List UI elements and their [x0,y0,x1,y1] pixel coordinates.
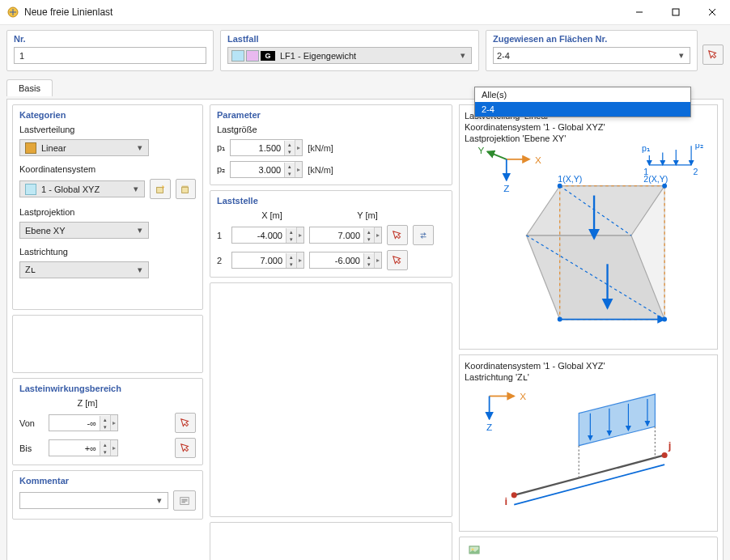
new-coord-button[interactable] [150,179,170,199]
row2-x-input[interactable]: 7.000 ▴▾ ▸ [231,252,304,269]
titlebar: Neue freie Linienlast [0,0,730,25]
assign-option-all[interactable]: Alle(s) [475,87,690,102]
step-button[interactable]: ▸ [296,252,303,268]
panel-lastfall: Lastfall G LF1 - Eigengewicht ▾ [220,30,479,71]
window-controls [621,0,730,24]
edit-coord-button[interactable] [176,179,196,199]
row2-y-input[interactable]: -6.000 ▴▾ ▸ [309,252,382,269]
preview-top-line2: Koordinatensystem '1 - Global XYZ' [465,121,712,133]
p2-unit: [kN/m] [308,165,333,175]
nr-input[interactable]: 1 [14,47,206,64]
client-area: Nr. 1 Lastfall G LF1 - Eigengewicht ▾ Z [0,25,730,560]
step-button[interactable]: ▸ [110,415,117,431]
step-button[interactable]: ▸ [296,227,303,243]
spin-buttons[interactable]: ▴▾ [100,416,110,431]
chevron-down-icon: ▾ [135,142,145,153]
pick-row1-button[interactable] [387,225,408,245]
spin-buttons[interactable]: ▴▾ [286,253,296,268]
pick-von-button[interactable] [175,413,196,433]
app-icon [6,6,19,19]
spin-buttons[interactable]: ▴▾ [363,228,374,243]
assign-option-2-4[interactable]: 2-4 [475,102,690,117]
coord-icon [25,184,36,195]
col-right: Lastverteilung 'Linear' Koordinatensyste… [459,104,718,560]
maximize-button[interactable] [657,0,694,24]
chevron-down-icon: ▾ [131,184,141,194]
row2-idx: 2 [217,256,227,265]
row1-y-input[interactable]: 7.000 ▴▾ ▸ [309,227,382,244]
preview-tool-button[interactable] [465,541,484,558]
assign-dropdown[interactable]: 2-4 ▾ [493,47,690,64]
step-button[interactable]: ▸ [374,252,381,268]
proj-label: Lastprojektion [19,207,196,217]
svg-text:i: i [504,495,507,507]
dialog-window: Neue freie Linienlast Nr. 1 Lastfall G [0,0,730,560]
svg-rect-5 [182,185,189,187]
svg-text:1(X,Y): 1(X,Y) [558,174,582,184]
kategorien-title: Kategorien [19,110,196,120]
svg-text:Z: Z [503,183,509,193]
spin-buttons[interactable]: ▴▾ [100,441,110,456]
tab-basis[interactable]: Basis [6,79,53,96]
groesse-label: Lastgröße [217,125,445,134]
pick-row2-button[interactable] [387,250,408,270]
preview-top: Lastverteilung 'Linear' Koordinatensyste… [459,104,718,350]
chevron-down-icon: ▾ [135,225,145,235]
bis-input[interactable]: +∞ ▴▾ ▸ [49,439,118,456]
window-title: Neue freie Linienlast [24,6,621,18]
svg-point-35 [662,184,667,189]
p2-input[interactable]: 3.000 ▴▾ ▸ [230,161,303,178]
svg-point-3 [163,185,164,187]
minimize-button[interactable] [621,0,657,24]
step-button[interactable]: ▸ [295,140,302,155]
spin-buttons[interactable]: ▴▾ [284,163,295,177]
svg-line-49 [514,456,664,495]
left-placeholder-panel [12,315,203,373]
spin-buttons[interactable]: ▴▾ [363,253,374,268]
step-button[interactable]: ▸ [295,162,302,177]
group-kommentar: Kommentar ▾ [12,470,203,520]
kommentar-input[interactable]: ▾ [19,492,168,509]
close-button[interactable] [694,0,730,24]
row1-idx: 1 [217,231,227,240]
spin-buttons[interactable]: ▴▾ [286,228,296,243]
chevron-down-icon: ▾ [458,50,468,61]
step-button[interactable]: ▸ [374,227,381,243]
lastfall-dropdown[interactable]: G LF1 - Eigengewicht ▾ [227,47,472,64]
col-mid: Parameter Lastgröße p₁ 1.500 ▴▾ ▸ [kN/m]… [210,104,452,560]
swap-row1-button[interactable] [413,225,434,245]
top-row: Nr. 1 Lastfall G LF1 - Eigengewicht ▾ Z [6,30,724,71]
x-header: X [m] [231,210,312,220]
assign-dropdown-list[interactable]: Alle(s) 2-4 [474,87,691,117]
laststelle-title: Laststelle [217,196,445,206]
p1-label: p₁ [217,142,225,153]
p1-input[interactable]: 1.500 ▴▾ ▸ [230,139,303,156]
von-input[interactable]: -∞ ▴▾ ▸ [49,414,118,431]
pick-bis-button[interactable] [175,438,196,458]
richt-dropdown[interactable]: Zʟ ▾ [19,261,149,278]
proj-dropdown[interactable]: Ebene XY ▾ [19,222,149,239]
svg-rect-1 [673,9,679,15]
linear-icon [25,142,36,154]
row1-x-input[interactable]: -4.000 ▴▾ ▸ [231,227,304,244]
svg-text:p₂: p₂ [695,144,703,150]
lastfall-text: LF1 - Eigengewicht [280,51,453,61]
group-kategorien: Kategorien Lastverteilung Linear ▾ Koord… [12,104,203,310]
lastfall-swatches: G [231,50,275,62]
lastfall-label: Lastfall [227,34,472,44]
svg-point-54 [662,452,668,458]
svg-point-34 [558,184,562,189]
svg-text:X: X [520,391,526,401]
kommentar-title: Kommentar [19,476,196,486]
spin-buttons[interactable]: ▴▾ [284,141,295,155]
lastverteilung-dropdown[interactable]: Linear ▾ [19,139,149,156]
svg-text:X: X [535,155,541,165]
main-body: Kategorien Lastverteilung Linear ▾ Koord… [6,99,724,560]
pick-surface-button[interactable] [702,45,724,65]
step-button[interactable]: ▸ [110,440,117,456]
svg-text:j: j [668,440,672,452]
kommentar-edit-button[interactable] [173,490,196,511]
koord-dropdown[interactable]: 1 - Global XYZ ▾ [19,180,145,197]
p1-unit: [kN/m] [308,143,333,153]
z-header: Z [m] [55,398,120,408]
